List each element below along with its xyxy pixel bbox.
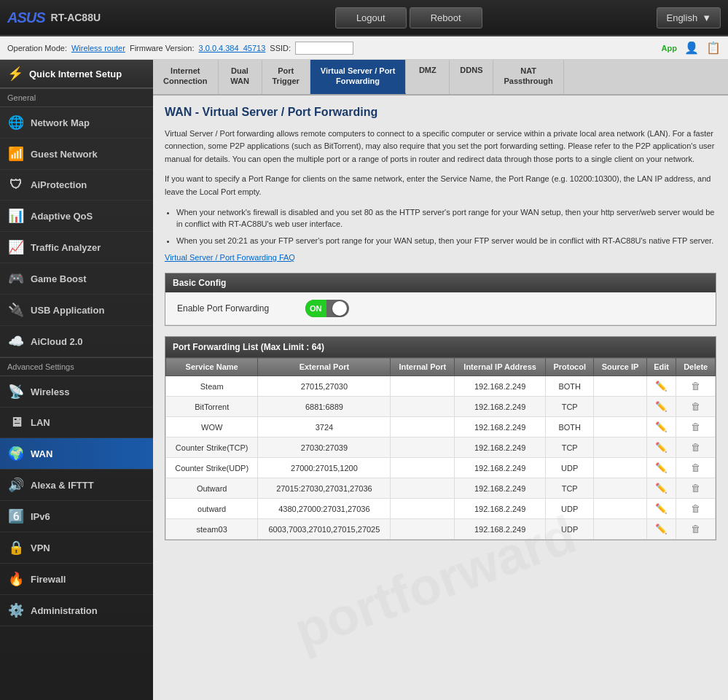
table-row: Outward 27015:27030,27031,27036 192.168.… [166,478,716,499]
delete-button[interactable]: 🗑 [691,483,700,494]
content-area: InternetConnection DualWAN PortTrigger V… [153,60,728,700]
quick-setup-item[interactable]: ⚡ Quick Internet Setup [0,60,153,88]
edit-button[interactable]: ✏️ [655,401,668,412]
page-content: WAN - Virtual Server / Port Forwarding V… [153,96,728,700]
sidebar-item-label: Firewall [31,574,66,585]
cell-delete[interactable]: 🗑 [676,397,716,417]
cell-edit[interactable]: ✏️ [646,499,676,519]
tab-internet-connection[interactable]: InternetConnection [153,60,219,94]
cell-delete[interactable]: 🗑 [676,499,716,519]
share-icon[interactable]: 📋 [706,41,721,55]
sidebar-item-lan[interactable]: 🖥 LAN [0,408,153,438]
reboot-button[interactable]: Reboot [410,7,482,28]
cell-delete[interactable]: 🗑 [676,458,716,478]
sidebar-item-label: Adaptive QoS [31,211,93,222]
edit-button[interactable]: ✏️ [655,503,668,514]
cell-service: Outward [166,478,258,499]
asus-logo: ASUS [7,9,45,26]
sidebar-item-network-map[interactable]: 🌐 Network Map [0,107,153,139]
delete-button[interactable]: 🗑 [691,381,700,392]
tab-dual-wan[interactable]: DualWAN [219,60,262,94]
description-2: If you want to specify a Port Range for … [165,173,716,198]
cell-protocol: TCP [546,397,594,417]
sidebar-item-wan[interactable]: 🌍 WAN [0,438,153,470]
basic-config-section: Basic Config Enable Port Forwarding ON [165,273,716,326]
edit-button[interactable]: ✏️ [655,524,668,534]
port-forwarding-toggle[interactable]: ON [305,300,349,317]
cell-delete[interactable]: 🗑 [676,519,716,540]
wireless-icon: 📡 [7,384,25,400]
sidebar-item-usb-application[interactable]: 🔌 USB Application [0,295,153,326]
edit-button[interactable]: ✏️ [655,442,668,453]
sidebar-item-game-boost[interactable]: 🎮 Game Boost [0,263,153,295]
sidebar-item-adaptive-qos[interactable]: 📊 Adaptive QoS [0,201,153,232]
cell-int-port [391,519,455,540]
sidebar-item-label: Administration [31,605,98,616]
cell-protocol: BOTH [546,417,594,438]
logout-button[interactable]: Logout [335,7,407,28]
cell-ext-port: 27015:27030,27031,27036 [258,478,391,499]
delete-button[interactable]: 🗑 [691,462,700,473]
col-internal-port: Internal Port [391,358,455,376]
sidebar-item-label: WAN [31,448,52,459]
alexa-icon: 🔊 [7,477,25,493]
cell-edit[interactable]: ✏️ [646,438,676,458]
tab-dmz[interactable]: DMZ [406,60,450,94]
cell-delete[interactable]: 🗑 [676,438,716,458]
edit-button[interactable]: ✏️ [655,381,668,392]
cell-delete[interactable]: 🗑 [676,417,716,438]
cell-edit[interactable]: ✏️ [646,397,676,417]
sidebar-item-aicloud[interactable]: ☁️ AiCloud 2.0 [0,326,153,357]
firmware-value[interactable]: 3.0.0.4.384_45713 [199,44,266,52]
description-1: Virtual Server / Port forwarding allows … [165,128,716,166]
table-row: WOW 3724 192.168.2.249 BOTH ✏️ 🗑 [166,417,716,438]
sidebar-item-ipv6[interactable]: 6️⃣ IPv6 [0,501,153,532]
edit-button[interactable]: ✏️ [655,421,668,432]
cell-edit[interactable]: ✏️ [646,417,676,438]
sidebar-item-label: Wireless [31,386,69,397]
sidebar-item-wireless[interactable]: 📡 Wireless [0,376,153,408]
op-mode-value[interactable]: Wireless router [71,44,125,52]
lan-icon: 🖥 [7,415,25,430]
firewall-icon: 🔥 [7,571,25,587]
cell-delete[interactable]: 🗑 [676,376,716,397]
port-forwarding-table: Service Name External Port Internal Port… [165,357,716,540]
cell-int-ip: 192.168.2.249 [455,499,546,519]
faq-link[interactable]: Virtual Server / Port Forwarding FAQ [165,253,295,262]
cell-source-ip [594,519,647,540]
sidebar-item-traffic-analyzer[interactable]: 📈 Traffic Analyzer [0,232,153,263]
sidebar-item-aiprotection[interactable]: 🛡 AiProtection [0,170,153,201]
ssid-input[interactable] [295,42,353,55]
cell-edit[interactable]: ✏️ [646,478,676,499]
sidebar-item-firewall[interactable]: 🔥 Firewall [0,564,153,595]
model-name: RT-AC88U [51,12,101,23]
sidebar-item-alexa[interactable]: 🔊 Alexa & IFTTT [0,470,153,501]
cell-int-port [391,438,455,458]
col-delete: Delete [676,358,716,376]
edit-button[interactable]: ✏️ [655,483,668,494]
delete-button[interactable]: 🗑 [691,503,700,514]
delete-button[interactable]: 🗑 [691,421,700,432]
tab-ddns[interactable]: DDNS [450,60,493,94]
delete-button[interactable]: 🗑 [691,401,700,412]
language-selector[interactable]: English ▼ [657,7,721,28]
cell-protocol: TCP [546,438,594,458]
quick-setup-label: Quick Internet Setup [29,69,122,79]
vpn-icon: 🔒 [7,540,25,556]
cell-delete[interactable]: 🗑 [676,478,716,499]
user-icon[interactable]: 👤 [684,41,699,55]
sidebar-item-vpn[interactable]: 🔒 VPN [0,532,153,564]
cell-edit[interactable]: ✏️ [646,458,676,478]
delete-button[interactable]: 🗑 [691,442,700,453]
tab-nat-passthrough[interactable]: NATPassthrough [493,60,563,94]
cell-edit[interactable]: ✏️ [646,376,676,397]
sidebar-item-administration[interactable]: ⚙️ Administration [0,595,153,626]
tab-port-trigger[interactable]: PortTrigger [262,60,310,94]
edit-button[interactable]: ✏️ [655,462,668,473]
cell-edit[interactable]: ✏️ [646,519,676,540]
tab-virtual-server[interactable]: Virtual Server / PortForwarding [310,60,407,94]
table-row: BitTorrent 6881:6889 192.168.2.249 TCP ✏… [166,397,716,417]
firmware-label: Firmware Version: [130,44,195,52]
delete-button[interactable]: 🗑 [691,524,700,534]
sidebar-item-guest-network[interactable]: 📶 Guest Network [0,139,153,170]
